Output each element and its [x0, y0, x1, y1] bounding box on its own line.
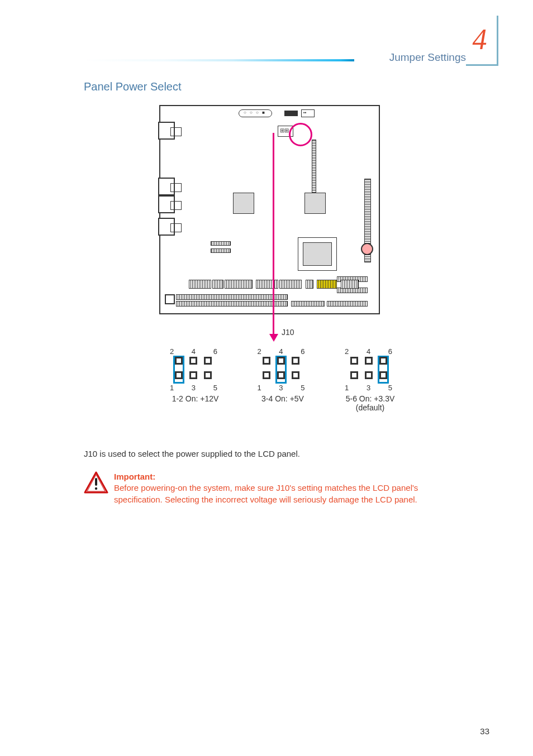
- jumper-option-2: 2 4 6 1 3 5 3-4 On: +5V: [253, 347, 313, 414]
- warning-text: Important: Before powering-on the system…: [114, 471, 427, 505]
- pins-top-label: 2 4 6: [340, 347, 400, 356]
- jumper-setting: 3-4 On: +5V: [261, 394, 304, 403]
- body-paragraph: J10 is used to select the power supplied…: [84, 449, 427, 458]
- callout-arrow-line: [273, 133, 274, 336]
- jumper-default: (default): [356, 403, 384, 412]
- pins-top-label: 2 4 6: [253, 347, 313, 356]
- header-gradient: [84, 59, 354, 61]
- chapter-badge: 4: [466, 16, 498, 66]
- svg-rect-2: [95, 478, 97, 486]
- jumper-pins: [350, 357, 391, 382]
- jumper-pins: [175, 357, 215, 382]
- callout-arrow-head: [269, 334, 278, 342]
- chapter-number: 4: [473, 23, 491, 57]
- section-title: Panel Power Select: [84, 80, 182, 93]
- header-title: Jumper Settings: [389, 51, 466, 64]
- pins-bottom-label: 1 3 5: [340, 384, 400, 392]
- jumper-option-3: 2 4 6 1 3 5 5-6 On: +3.3V (default): [340, 347, 400, 414]
- callout-circle: [289, 123, 312, 146]
- svg-point-3: [95, 487, 97, 490]
- jumper-options-row: 2 4 6 1 3 5 1-2 On: +12V 2 4 6 1 3 5 3-4…: [165, 347, 400, 414]
- pins-bottom-label: 1 3 5: [253, 384, 313, 392]
- page-number: 33: [480, 726, 489, 736]
- jumper-ref-label: J10: [282, 328, 294, 337]
- jumper-pins: [263, 357, 303, 382]
- header-bar: Jumper Settings: [84, 55, 466, 67]
- jumper-option-1: 2 4 6 1 3 5 1-2 On: +12V: [165, 347, 225, 414]
- jumper-setting: 1-2 On: +12V: [172, 394, 219, 403]
- warning-callout: Important: Before powering-on the system…: [84, 471, 427, 505]
- jumper-setting: 5-6 On: +3.3V: [346, 394, 395, 403]
- warning-icon: [84, 471, 108, 494]
- pins-top-label: 2 4 6: [165, 347, 225, 356]
- pins-bottom-label: 1 3 5: [165, 384, 225, 392]
- warning-body: Before powering-on the system, make sure…: [114, 483, 418, 504]
- motherboard-diagram: [159, 105, 380, 314]
- important-label: Important:: [114, 472, 155, 481]
